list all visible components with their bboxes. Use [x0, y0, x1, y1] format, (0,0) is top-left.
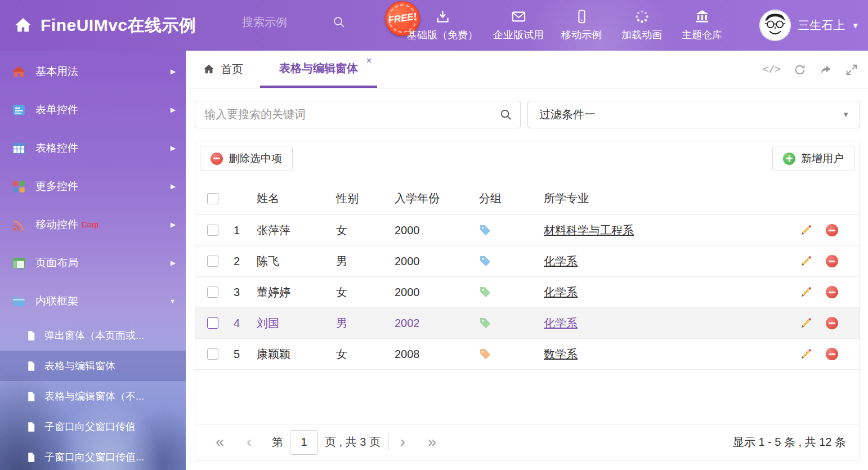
cell-gender: 女 [333, 223, 395, 238]
first-page-icon[interactable]: « [212, 435, 227, 450]
major-link[interactable]: 化学系 [544, 285, 578, 300]
header-search [242, 15, 360, 29]
column-header-gender[interactable]: 性别 [333, 191, 395, 206]
delete-row-icon[interactable] [826, 255, 838, 267]
column-header-year[interactable]: 入学年份 [395, 191, 476, 206]
column-header-major[interactable]: 所学专业 [544, 191, 786, 206]
cell-year: 2002 [395, 317, 476, 330]
table-row[interactable]: 2 陈飞 男 2000 化学系 [195, 246, 860, 277]
download-icon [435, 9, 450, 24]
delete-row-icon[interactable] [826, 348, 838, 360]
nav-item-enterprise-trial[interactable]: 企业版试用 [493, 9, 544, 42]
sidebar-item-mobile-controls[interactable]: 移动控件 Corp. ▶ [0, 205, 186, 244]
tab-grid-edit-window[interactable]: 表格与编辑窗体 × [260, 51, 377, 88]
major-link[interactable]: 数学系 [544, 347, 578, 362]
pagination-bar: « ‹ 第 页 , 共 3 页 › » 显示 1 - 5 条 , 共 12 条 [195, 424, 860, 460]
table-row[interactable]: 1 张萍萍 女 2000 材料科学与工程系 [195, 215, 860, 246]
app-title: FineUIMvc在线示例 [41, 14, 196, 37]
sidebar-subitem-grid-edit-window-no[interactable]: 表格与编辑窗体（不... [0, 381, 186, 411]
last-page-icon[interactable]: » [424, 435, 440, 450]
envelope-icon [511, 9, 526, 24]
edit-icon[interactable] [800, 348, 812, 360]
share-icon[interactable] [820, 64, 832, 76]
close-icon[interactable]: × [366, 56, 372, 66]
sidebar-subitem-popup-window[interactable]: 弹出窗体（本页面或... [0, 320, 186, 351]
nav-item-theme-repo[interactable]: 主题仓库 [679, 9, 724, 42]
app: FineUIMvc在线示例 FREE! 基础版（免费） 企业版试用 移动示例 加… [0, 0, 868, 470]
header-search-input[interactable] [242, 16, 332, 29]
table-row-selected[interactable]: 4 刘国 男 2002 化学系 [195, 308, 860, 339]
sidebar-subitem-child-to-parent-2[interactable]: 子窗口向父窗口传值... [0, 442, 186, 470]
tab-home[interactable]: 首页 [186, 51, 260, 88]
major-link[interactable]: 化学系 [544, 316, 578, 331]
major-link[interactable]: 材料科学与工程系 [544, 223, 634, 238]
row-checkbox[interactable] [207, 225, 218, 236]
cell-name: 刘国 [255, 316, 333, 331]
sidebar-item-page-layout[interactable]: 页面布局 ▶ [0, 244, 186, 282]
file-icon [25, 451, 37, 463]
edit-icon[interactable] [800, 255, 812, 267]
corp-badge: Corp. [82, 220, 101, 229]
page-number-input[interactable] [290, 430, 318, 455]
sidebar-subitem-grid-edit-window[interactable]: 表格与编辑窗体 [0, 351, 186, 381]
edit-icon[interactable] [800, 286, 812, 298]
cell-name: 陈飞 [255, 254, 333, 269]
sidebar-item-more-controls[interactable]: 更多控件 ▶ [0, 167, 186, 205]
sidebar-item-iframe[interactable]: 内联框架 ▼ [0, 282, 186, 320]
delete-row-icon[interactable] [826, 286, 838, 298]
sidebar-submenu: 弹出窗体（本页面或... 表格与编辑窗体 表格与编辑窗体（不... 子窗口向父窗… [0, 320, 186, 470]
fullscreen-icon[interactable] [845, 64, 858, 76]
username: 三生石上 [798, 17, 845, 33]
nav-item-mobile-demo[interactable]: 移动示例 [559, 9, 604, 42]
search-icon [499, 108, 512, 121]
edit-icon[interactable] [800, 317, 812, 329]
cell-name: 康颖颖 [255, 347, 333, 362]
tag-icon [479, 348, 491, 360]
keyword-search-input[interactable] [195, 108, 491, 121]
source-code-icon[interactable]: </> [763, 64, 780, 76]
nav-item-loading-animation[interactable]: 加载动画 [619, 9, 664, 42]
column-header-name[interactable]: 姓名 [255, 191, 333, 206]
sidebar-item-form-controls[interactable]: 表单控件 ▶ [0, 91, 186, 129]
nav-item-basic-free[interactable]: 基础版（免费） [407, 9, 478, 42]
tab-tools: </> [763, 51, 858, 88]
table-row[interactable]: 5 康颖颖 女 2008 数学系 [195, 339, 860, 370]
sidebar-item-basic-usage[interactable]: 基本用法 ▶ [0, 52, 186, 91]
row-checkbox[interactable] [207, 287, 218, 298]
cell-year: 2008 [395, 348, 476, 361]
sidebar-item-grid-controls[interactable]: 表格控件 ▶ [0, 129, 186, 167]
select-all-checkbox[interactable] [207, 193, 218, 204]
row-checkbox[interactable] [207, 317, 218, 329]
user-menu[interactable]: 三生石上 ▼ [759, 0, 859, 51]
add-user-button[interactable]: 新增用户 [772, 146, 854, 171]
tab-bar: 首页 表格与编辑窗体 × </> [186, 51, 868, 88]
row-checkbox[interactable] [207, 348, 218, 360]
cell-year: 2000 [395, 224, 476, 237]
delete-row-icon[interactable] [826, 317, 838, 329]
main-content: 首页 表格与编辑窗体 × </> [186, 51, 868, 470]
edit-icon[interactable] [800, 224, 812, 236]
major-link[interactable]: 化学系 [544, 254, 578, 269]
prev-page-icon[interactable]: ‹ [243, 435, 255, 450]
refresh-icon[interactable] [794, 64, 806, 76]
sidebar: 基本用法 ▶ 表单控件 ▶ 表格控件 ▶ 更多控件 ▶ 移动控件 [0, 51, 186, 470]
delete-selected-button[interactable]: 删除选中项 [200, 146, 293, 171]
grid-panel: 删除选中项 新增用户 姓名 性别 入学年份 分组 所学专业 [195, 141, 860, 460]
keyword-search [195, 101, 521, 128]
sidebar-subitem-child-to-parent[interactable]: 子窗口向父窗口传值 [0, 411, 186, 442]
brand[interactable]: FineUIMvc在线示例 [0, 14, 196, 37]
page-label-suffix: 页 , 共 3 页 [325, 435, 381, 450]
file-icon [25, 330, 37, 342]
next-page-icon[interactable]: › [397, 435, 409, 450]
delete-row-icon[interactable] [826, 224, 838, 236]
search-button[interactable] [491, 101, 520, 128]
search-icon[interactable] [332, 15, 346, 29]
grid-toolbar: 删除选中项 新增用户 [195, 141, 860, 176]
cell-gender: 女 [333, 285, 395, 300]
tag-icon [479, 224, 491, 236]
page-label-prefix: 第 [272, 435, 283, 450]
table-row[interactable]: 3 董婷婷 女 2000 化学系 [195, 277, 860, 308]
column-header-group[interactable]: 分组 [476, 191, 544, 206]
filter-dropdown[interactable]: 过滤条件一 ▼ [527, 101, 860, 128]
row-checkbox[interactable] [207, 256, 218, 267]
